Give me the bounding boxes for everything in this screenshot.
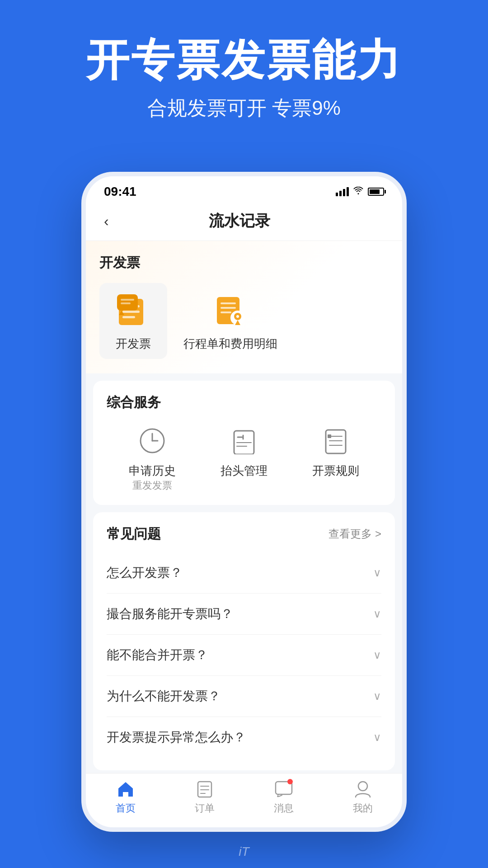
tab-bar: 首页 订单 <box>86 773 402 827</box>
phone-mockup: 09:41 ‹ <box>81 172 407 832</box>
service-history-sublabel: 重发发票 <box>132 479 172 492</box>
faq-question-4: 开发票提示异常怎么办？ <box>107 729 246 746</box>
tab-item-home[interactable]: 首页 <box>86 779 165 815</box>
nav-bar: ‹ 流水记录 <box>86 203 402 241</box>
svg-point-13 <box>236 315 239 318</box>
battery-icon <box>368 188 384 196</box>
header-icon <box>226 423 262 459</box>
history-icon <box>134 423 170 459</box>
signal-icon <box>336 187 349 196</box>
svg-rect-19 <box>328 434 331 438</box>
faq-item-1[interactable]: 撮合服务能开专票吗？ ∨ <box>107 594 381 635</box>
profile-icon <box>353 779 373 799</box>
faq-question-1: 撮合服务能开专票吗？ <box>107 605 233 623</box>
invoice-item-trip-label: 行程单和费用明细 <box>183 336 277 352</box>
service-section-title: 综合服务 <box>107 393 381 412</box>
order-icon <box>195 779 215 799</box>
service-item-history[interactable]: 申请历史 重发发票 <box>107 423 198 492</box>
service-grid: 申请历史 重发发票 <box>107 423 381 492</box>
faq-item-0[interactable]: 怎么开发票？ ∨ <box>107 552 381 594</box>
rules-icon <box>318 423 354 459</box>
faq-chevron-0: ∨ <box>373 566 381 579</box>
invoice-section: 开发票 <box>86 241 402 373</box>
tab-item-order[interactable]: 订单 <box>165 779 244 815</box>
svg-rect-8 <box>221 302 236 304</box>
hero-title: 开专票发票能力 <box>0 36 488 84</box>
bottom-label: iT <box>0 844 488 868</box>
home-icon <box>116 779 136 799</box>
tab-item-message[interactable]: 消息 <box>244 779 323 815</box>
invoice-item-trip[interactable]: 行程单和费用明细 <box>176 283 285 359</box>
tab-label-profile: 我的 <box>353 802 373 815</box>
faq-more-button[interactable]: 查看更多 > <box>328 527 381 541</box>
faq-item-2[interactable]: 能不能合并开票？ ∨ <box>107 635 381 676</box>
service-rules-label: 开票规则 <box>312 463 359 479</box>
faq-question-0: 怎么开发票？ <box>107 564 183 581</box>
svg-rect-18 <box>326 430 346 453</box>
content-area: 开发票 <box>86 241 402 811</box>
faq-chevron-2: ∨ <box>373 649 381 661</box>
wifi-icon <box>353 187 363 197</box>
phone-frame: 09:41 ‹ <box>81 172 407 832</box>
service-item-rules[interactable]: 开票规则 <box>290 423 381 492</box>
message-badge <box>287 779 293 784</box>
hero-section: 开专票发票能力 合规发票可开 专票9% <box>0 0 488 122</box>
svg-rect-6 <box>121 302 131 304</box>
tab-label-home: 首页 <box>116 802 136 815</box>
tab-item-profile[interactable]: 我的 <box>323 779 402 815</box>
trip-invoice-icon <box>210 290 251 331</box>
faq-header: 常见问题 查看更多 > <box>107 525 381 543</box>
svg-rect-9 <box>221 307 236 309</box>
faq-chevron-4: ∨ <box>373 731 381 744</box>
invoice-section-title: 开发票 <box>99 254 389 272</box>
status-time: 09:41 <box>104 184 136 199</box>
back-button[interactable]: ‹ <box>104 213 118 230</box>
service-history-label: 申请历史 <box>129 463 176 479</box>
faq-item-4[interactable]: 开发票提示异常怎么办？ ∨ <box>107 717 381 758</box>
faq-section: 常见问题 查看更多 > 怎么开发票？ ∨ 撮合服务能开专票吗？ ∨ 能不能合并开… <box>93 512 395 770</box>
faq-question-2: 能不能合并开票？ <box>107 646 208 664</box>
service-header-label: 抬头管理 <box>221 463 267 479</box>
message-icon <box>274 779 294 799</box>
faq-item-3[interactable]: 为什么不能开发票？ ∨ <box>107 676 381 717</box>
nav-title: 流水记录 <box>118 211 361 231</box>
tab-label-order: 订单 <box>195 802 215 815</box>
service-item-header[interactable]: 抬头管理 <box>198 423 290 492</box>
faq-question-3: 为什么不能开发票？ <box>107 688 221 705</box>
open-invoice-icon <box>113 290 154 331</box>
hero-subtitle: 合规发票可开 专票9% <box>0 95 488 122</box>
service-section: 综合服务 申请历史 重发发票 <box>93 381 395 505</box>
status-bar: 09:41 <box>86 176 402 203</box>
invoice-items: 开发票 <box>99 283 389 359</box>
tab-label-message: 消息 <box>274 802 294 815</box>
status-icons <box>336 187 384 197</box>
svg-rect-2 <box>122 311 140 313</box>
svg-point-25 <box>358 782 367 791</box>
faq-chevron-3: ∨ <box>373 690 381 703</box>
svg-rect-5 <box>121 299 134 301</box>
faq-chevron-1: ∨ <box>373 608 381 620</box>
faq-title: 常见问题 <box>107 525 161 543</box>
invoice-item-open-label: 开发票 <box>116 336 151 352</box>
svg-rect-3 <box>122 316 135 318</box>
svg-rect-10 <box>221 311 231 313</box>
invoice-item-open[interactable]: 开发票 <box>99 283 167 359</box>
